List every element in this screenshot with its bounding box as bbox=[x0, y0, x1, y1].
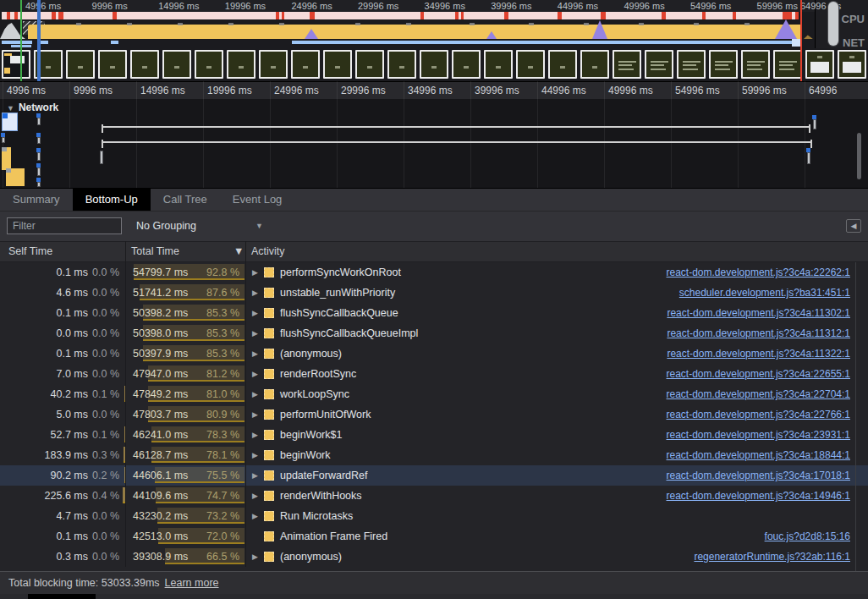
total-time-header[interactable]: Total Time bbox=[131, 242, 179, 261]
filmstrip-frame[interactable] bbox=[227, 50, 255, 79]
source-link[interactable]: react-dom.development.js?3c4a:11312:1 bbox=[667, 323, 850, 343]
network-request[interactable] bbox=[807, 148, 812, 164]
expand-icon[interactable]: ▶ bbox=[252, 283, 258, 303]
source-link[interactable]: regeneratorRuntime.js?32ab:116:1 bbox=[694, 547, 850, 567]
tab-bottom-up[interactable]: Bottom-Up bbox=[73, 189, 151, 211]
filmstrip-frame[interactable] bbox=[838, 50, 866, 79]
network-request[interactable] bbox=[37, 178, 42, 187]
source-link[interactable]: scheduler.development.js?ba31:451:1 bbox=[679, 283, 850, 303]
expand-icon[interactable]: ▶ bbox=[252, 486, 258, 506]
table-row[interactable]: 0.1 ms0.0 %42513.0 ms72.0 %▶Animation Fr… bbox=[0, 526, 868, 547]
network-request[interactable] bbox=[37, 133, 42, 144]
expand-icon[interactable]: ▶ bbox=[252, 384, 258, 404]
filmstrip-frame[interactable] bbox=[259, 50, 288, 79]
expand-icon[interactable]: ▶ bbox=[252, 262, 258, 283]
chevron-down-icon[interactable]: ▼ bbox=[255, 212, 263, 241]
filmstrip-frame[interactable] bbox=[773, 50, 802, 79]
network-track[interactable]: ▼Network bbox=[0, 99, 868, 188]
expand-icon[interactable]: ▶ bbox=[252, 506, 258, 526]
network-track-header[interactable]: ▼Network bbox=[7, 102, 58, 113]
filmstrip-frame[interactable] bbox=[130, 50, 159, 79]
filmstrip-frame[interactable] bbox=[805, 50, 834, 79]
table-row[interactable]: 4.7 ms0.0 %43230.2 ms73.2 %▶Run Microtas… bbox=[0, 506, 868, 526]
filmstrip-frame[interactable] bbox=[355, 50, 384, 79]
table-row[interactable]: 40.2 ms0.1 %47849.2 ms81.0 %▶workLoopSyn… bbox=[0, 384, 868, 404]
filmstrip-frame[interactable] bbox=[484, 50, 513, 79]
network-request[interactable] bbox=[2, 147, 11, 170]
expand-icon[interactable]: ▶ bbox=[252, 425, 258, 445]
filmstrip-frame[interactable] bbox=[741, 50, 770, 79]
filmstrip-frame[interactable] bbox=[516, 50, 545, 79]
collapse-triangle-icon[interactable]: ▼ bbox=[7, 104, 14, 113]
self-time-header[interactable]: Self Time bbox=[8, 242, 52, 261]
network-request[interactable] bbox=[2, 133, 7, 143]
tab-call-tree[interactable]: Call Tree bbox=[151, 189, 220, 211]
source-link[interactable]: react-dom.development.js?3c4a:22262:1 bbox=[667, 262, 850, 283]
expand-icon[interactable]: ▶ bbox=[252, 364, 258, 384]
table-row[interactable]: 0.1 ms0.0 %54799.7 ms92.8 %▶performSyncW… bbox=[0, 262, 868, 283]
source-link[interactable]: react-dom.development.js?3c4a:11302:1 bbox=[667, 303, 850, 323]
filmstrip-frame[interactable] bbox=[2, 50, 30, 79]
filmstrip-frame[interactable] bbox=[195, 50, 223, 79]
filmstrip-frame[interactable] bbox=[323, 50, 352, 79]
timeline-overview[interactable]: 4996 ms9996 ms14996 ms19996 ms24996 ms29… bbox=[0, 0, 868, 81]
source-link[interactable]: react-dom.development.js?3c4a:18844:1 bbox=[667, 445, 850, 465]
filter-input[interactable] bbox=[7, 217, 122, 234]
learn-more-link[interactable]: Learn more bbox=[165, 577, 219, 589]
filmstrip-frame[interactable] bbox=[66, 50, 95, 79]
source-link[interactable]: react-dom.development.js?3c4a:22766:1 bbox=[667, 404, 850, 425]
expand-icon[interactable]: ▶ bbox=[252, 303, 258, 323]
filmstrip-frame[interactable] bbox=[387, 50, 416, 79]
network-request[interactable] bbox=[37, 148, 42, 161]
show-heaviest-stack-button[interactable]: ◀ bbox=[846, 219, 861, 233]
table-row[interactable]: 4.6 ms0.0 %51741.2 ms87.6 %▶unstable_run… bbox=[0, 283, 868, 303]
source-link[interactable]: react-dom.development.js?3c4a:17018:1 bbox=[667, 465, 850, 486]
table-row[interactable]: 5.0 ms0.0 %47803.7 ms80.9 %▶performUnitO… bbox=[0, 404, 868, 425]
expand-icon[interactable]: ▶ bbox=[252, 465, 258, 486]
table-row[interactable]: 0.3 ms0.0 %39308.9 ms66.5 %▶(anonymous)r… bbox=[0, 547, 868, 567]
network-request[interactable] bbox=[37, 163, 42, 176]
table-row[interactable]: 225.6 ms0.4 %44109.6 ms74.7 %▶renderWith… bbox=[0, 486, 868, 506]
source-link[interactable]: react-dom.development.js?3c4a:14946:1 bbox=[667, 486, 850, 506]
table-row[interactable]: 7.0 ms0.0 %47947.0 ms81.2 %▶renderRootSy… bbox=[0, 364, 868, 384]
overview-scrollbar-thumb[interactable] bbox=[828, 2, 838, 46]
network-request[interactable] bbox=[6, 168, 25, 186]
grouping-select[interactable]: No Grouping bbox=[136, 212, 196, 241]
network-request[interactable] bbox=[37, 113, 42, 125]
table-row[interactable]: 0.1 ms0.0 %50397.9 ms85.3 %▶(anonymous)r… bbox=[0, 343, 868, 364]
expand-icon[interactable]: ▶ bbox=[252, 323, 258, 343]
filmstrip-frame[interactable] bbox=[580, 50, 609, 79]
filmstrip-frame[interactable] bbox=[162, 50, 191, 79]
table-row[interactable]: 183.9 ms0.3 %46128.7 ms78.1 %▶beginWorkr… bbox=[0, 445, 868, 465]
expand-icon[interactable]: ▶ bbox=[252, 343, 258, 364]
source-link[interactable]: react-dom.development.js?3c4a:11322:1 bbox=[667, 343, 850, 364]
filmstrip-frame[interactable] bbox=[645, 50, 673, 79]
table-row[interactable]: 0.1 ms0.0 %50398.2 ms85.3 %▶flushSyncCal… bbox=[0, 303, 868, 323]
network-request[interactable] bbox=[100, 151, 104, 164]
tab-summary[interactable]: Summary bbox=[0, 189, 73, 211]
filmstrip-frame[interactable] bbox=[677, 50, 706, 79]
selection-handle-line[interactable] bbox=[37, 0, 41, 81]
filmstrip-frame[interactable] bbox=[291, 50, 320, 79]
activity-header[interactable]: Activity bbox=[251, 242, 285, 261]
source-link[interactable]: react-dom.development.js?3c4a:23931:1 bbox=[667, 425, 850, 445]
filmstrip-frame[interactable] bbox=[613, 50, 641, 79]
network-request[interactable] bbox=[813, 115, 818, 129]
tab-event-log[interactable]: Event Log bbox=[220, 189, 295, 211]
table-row[interactable]: 0.0 ms0.0 %50398.0 ms85.3 %▶flushSyncCal… bbox=[0, 323, 868, 343]
expand-icon[interactable]: ▶ bbox=[252, 445, 258, 465]
network-scrollbar-thumb[interactable] bbox=[857, 133, 861, 179]
source-link[interactable]: react-dom.development.js?3c4a:22704:1 bbox=[667, 384, 850, 404]
filmstrip-frame[interactable] bbox=[548, 50, 577, 79]
filmstrip-frame[interactable] bbox=[98, 50, 127, 79]
expand-icon[interactable]: ▶ bbox=[252, 547, 258, 567]
source-link[interactable]: react-dom.development.js?3c4a:22655:1 bbox=[667, 364, 850, 384]
filmstrip-frame[interactable] bbox=[452, 50, 481, 79]
table-row[interactable]: 52.7 ms0.1 %46241.0 ms78.3 %▶beginWork$1… bbox=[0, 425, 868, 445]
expand-icon[interactable]: ▶ bbox=[252, 404, 258, 425]
filmstrip-frame[interactable] bbox=[420, 50, 448, 79]
source-link[interactable]: fouc.js?d2d8:15:16 bbox=[765, 526, 850, 547]
network-request[interactable] bbox=[2, 113, 18, 131]
table-row[interactable]: 90.2 ms0.2 %44606.1 ms75.5 %▶updateForwa… bbox=[0, 465, 868, 486]
filmstrip[interactable] bbox=[0, 48, 868, 81]
